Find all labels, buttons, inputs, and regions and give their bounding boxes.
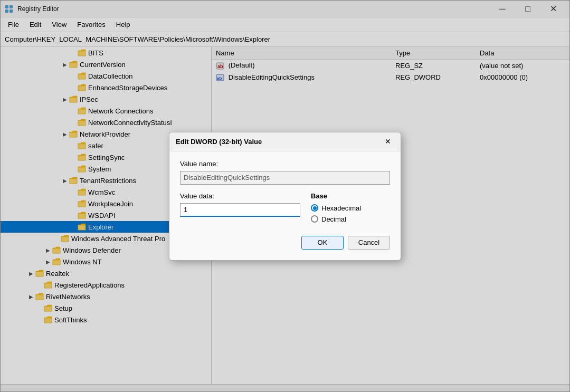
base-column: Base Hexadecimal Decimal	[311, 192, 390, 226]
edit-dword-dialog: Edit DWORD (32-bit) Value ✕ Value name: …	[169, 132, 401, 261]
hexadecimal-option[interactable]: Hexadecimal	[311, 204, 390, 212]
dec-label: Decimal	[321, 215, 346, 223]
modal-overlay: Edit DWORD (32-bit) Value ✕ Value name: …	[0, 0, 570, 392]
hex-label: Hexadecimal	[321, 204, 361, 212]
dialog-close-button[interactable]: ✕	[382, 135, 394, 148]
dialog-footer: OK Cancel	[180, 236, 390, 250]
hex-radio[interactable]	[311, 204, 318, 212]
dialog-title-bar: Edit DWORD (32-bit) Value ✕	[169, 132, 401, 151]
ok-button[interactable]: OK	[301, 236, 344, 250]
value-data-column: Value data:	[180, 192, 300, 217]
value-name-input[interactable]	[180, 171, 390, 185]
base-group-label: Base	[311, 192, 390, 200]
value-data-input[interactable]	[180, 203, 300, 217]
value-data-base-row: Value data: Base Hexadecimal Decimal	[180, 192, 390, 226]
dec-radio[interactable]	[311, 215, 318, 223]
cancel-button[interactable]: Cancel	[348, 236, 390, 250]
dialog-body: Value name: Value data: Base Hexadecimal	[169, 151, 401, 260]
value-data-label: Value data:	[180, 192, 300, 200]
dialog-title: Edit DWORD (32-bit) Value	[176, 138, 382, 146]
decimal-option[interactable]: Decimal	[311, 215, 390, 223]
value-name-label: Value name:	[180, 160, 390, 168]
